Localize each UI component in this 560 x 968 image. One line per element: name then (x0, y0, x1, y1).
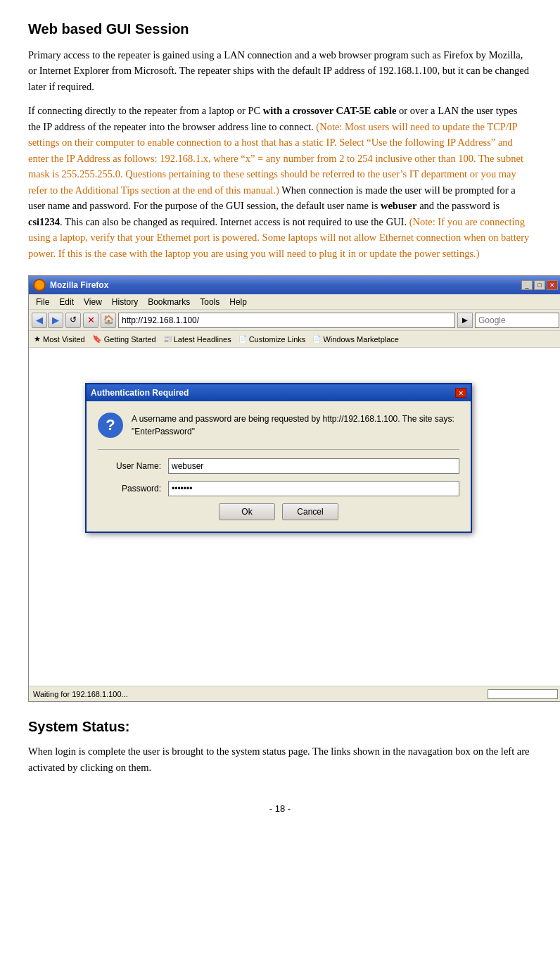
close-button[interactable]: ✕ (547, 280, 558, 290)
menu-file[interactable]: File (32, 296, 53, 308)
status-text: Waiting for 192.168.1.100... (33, 690, 128, 698)
restore-button[interactable]: □ (534, 280, 545, 290)
password-label: Password: (98, 484, 161, 494)
auth-dialog-titlebar: Authentication Required ✕ (87, 384, 471, 401)
home-button[interactable]: 🏠 (101, 313, 116, 328)
auth-buttons: Ok Cancel (98, 503, 459, 520)
username-input[interactable] (168, 458, 459, 474)
status-progress-bar (488, 689, 558, 699)
paragraph-2: If connecting directly to the repeater f… (28, 103, 532, 261)
password-input[interactable] (168, 481, 459, 496)
auth-dialog: Authentication Required ✕ ? A username a… (85, 383, 472, 533)
auth-dialog-title: Authentication Required (91, 388, 189, 398)
address-bar-wrapper: ▶ (118, 313, 473, 328)
browser-toolbar: ◀ ▶ ↺ ✕ 🏠 ▶ 🔍 (29, 310, 560, 331)
cancel-button[interactable]: Cancel (282, 503, 338, 520)
firefox-icon (33, 279, 46, 291)
windows-marketplace-icon: 📄 (312, 335, 321, 343)
back-button[interactable]: ◀ (32, 313, 47, 328)
window-buttons: _ □ ✕ (521, 280, 558, 290)
paragraph-1: Primary access to the repeater is gained… (28, 47, 532, 94)
most-visited-label: Most Visited (43, 335, 85, 344)
menu-help[interactable]: Help (225, 296, 251, 308)
bookmarks-bar: ★ Most Visited 🔖 Getting Started 📰 Lates… (29, 331, 560, 348)
page-number: - 18 - (28, 803, 532, 814)
auth-info-row: ? A username and password are being requ… (98, 413, 459, 438)
menu-bookmarks[interactable]: Bookmarks (144, 296, 194, 308)
username-row: User Name: (98, 458, 459, 474)
menu-tools[interactable]: Tools (196, 296, 224, 308)
para2-webuser: webuser (381, 200, 417, 211)
search-input[interactable] (476, 315, 560, 326)
para2-and: and the password is (417, 200, 500, 211)
auth-form: User Name: Password: Ok Cancel (98, 449, 459, 520)
menu-edit[interactable]: Edit (55, 296, 78, 308)
latest-headlines-label: Latest Headlines (174, 335, 231, 344)
windows-marketplace-label: Windows Marketplace (323, 335, 399, 344)
ok-button[interactable]: Ok (219, 503, 275, 520)
customize-links-label: Customize Links (249, 335, 306, 344)
system-status-para: When login is complete the user is broug… (28, 743, 532, 775)
reload-button[interactable]: ↺ (65, 313, 81, 328)
para2-bold: with a crossover CAT-5E cable (263, 105, 397, 116)
para2-end: . This can also be changed as required. … (60, 216, 409, 227)
browser-title-left: Mozilla Firefox (33, 279, 108, 291)
most-visited-icon: ★ (34, 334, 41, 344)
customize-links-icon: 📄 (238, 335, 247, 343)
section-heading: Web based GUI Session (28, 21, 532, 37)
getting-started-label: Getting Started (104, 335, 156, 344)
browser-content: Authentication Required ✕ ? A username a… (29, 348, 560, 686)
password-row: Password: (98, 481, 459, 496)
menu-history[interactable]: History (108, 296, 142, 308)
go-button[interactable]: ▶ (457, 313, 473, 328)
bookmark-windows-marketplace[interactable]: 📄 Windows Marketplace (310, 334, 401, 344)
bookmark-most-visited[interactable]: ★ Most Visited (32, 334, 87, 344)
bookmark-latest-headlines[interactable]: 📰 Latest Headlines (161, 334, 234, 344)
menu-bar: File Edit View History Bookmarks Tools H… (29, 294, 560, 310)
minimize-button[interactable]: _ (521, 280, 533, 290)
browser-title-text: Mozilla Firefox (50, 280, 108, 290)
auth-question-icon: ? (98, 413, 123, 438)
search-bar: 🔍 (475, 313, 559, 328)
para2-csi: csi1234 (28, 216, 60, 227)
auth-info-text: A username and password are being reques… (132, 413, 459, 438)
bookmark-getting-started[interactable]: 🔖 Getting Started (90, 334, 158, 344)
forward-button[interactable]: ▶ (48, 313, 63, 328)
browser-statusbar: Waiting for 192.168.1.100... (29, 686, 560, 701)
browser-window: Mozilla Firefox _ □ ✕ File Edit View His… (28, 275, 560, 702)
back-forward-group: ◀ ▶ (32, 313, 63, 328)
browser-titlebar: Mozilla Firefox _ □ ✕ (29, 276, 560, 294)
auth-dialog-close[interactable]: ✕ (455, 388, 466, 398)
username-label: User Name: (98, 461, 161, 471)
auth-dialog-body: ? A username and password are being requ… (87, 401, 471, 532)
address-input[interactable] (118, 313, 455, 328)
system-status-heading: System Status: (28, 719, 532, 735)
latest-headlines-icon: 📰 (163, 335, 172, 343)
bookmark-customize-links[interactable]: 📄 Customize Links (236, 334, 308, 344)
getting-started-icon: 🔖 (92, 334, 102, 344)
stop-button[interactable]: ✕ (83, 313, 98, 328)
para2-before: If connecting directly to the repeater f… (28, 105, 263, 116)
menu-view[interactable]: View (79, 296, 106, 308)
